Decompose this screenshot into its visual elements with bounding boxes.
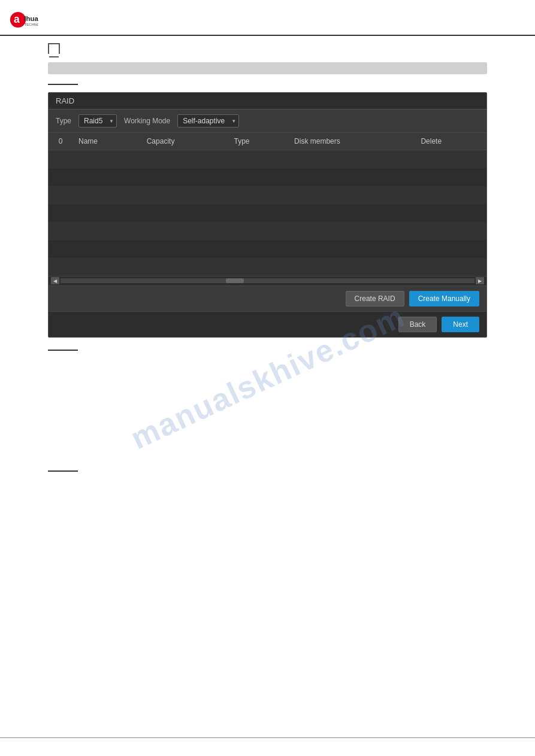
dahua-logo-icon: a lhua TECHNOLOGY: [10, 9, 38, 31]
raid-title: RAID: [56, 96, 74, 105]
create-manually-button[interactable]: Create Manually: [409, 291, 479, 306]
type-select-wrapper[interactable]: Raid5: [78, 114, 117, 127]
scroll-right-button[interactable]: ▶: [476, 277, 484, 284]
col-number: 0: [49, 133, 72, 150]
raid-dialog: RAID Type Raid5 Working Mode Self-adapti…: [48, 92, 487, 338]
logo: a lhua TECHNOLOGY: [10, 9, 41, 31]
footer-line: [0, 737, 535, 738]
table-row: [49, 168, 486, 186]
col-capacity: Capacity: [141, 133, 228, 150]
header: a lhua TECHNOLOGY: [0, 0, 535, 36]
scroll-left-button[interactable]: ◀: [51, 277, 59, 284]
svg-text:TECHNOLOGY: TECHNOLOGY: [24, 22, 38, 26]
raid-title-bar: RAID: [49, 93, 486, 110]
table-header-row: 0 Name Capacity Type Disk members Delete: [49, 133, 486, 150]
table-row: [49, 204, 486, 222]
scroll-track[interactable]: [61, 278, 474, 283]
top-underline-separator: [48, 84, 78, 85]
horizontal-scrollbar[interactable]: ◀ ▶: [49, 276, 486, 286]
working-mode-label: Working Mode: [124, 117, 170, 125]
table-row: [49, 186, 486, 204]
bottom-underline-separator: [48, 350, 78, 351]
table-row: [49, 222, 486, 240]
create-raid-button[interactable]: Create RAID: [346, 291, 404, 306]
working-mode-select[interactable]: Self-adaptive: [177, 114, 239, 127]
col-delete: Delete: [415, 133, 486, 150]
svg-text:lhua: lhua: [24, 15, 38, 22]
raid-table: 0 Name Capacity Type Disk members Delete: [49, 133, 486, 276]
table-row: [49, 240, 486, 258]
col-type: Type: [228, 133, 288, 150]
col-disk-members: Disk members: [288, 133, 415, 150]
raid-action-row: Create RAID Create Manually: [49, 286, 486, 311]
back-button[interactable]: Back: [398, 317, 437, 332]
type-label: Type: [56, 117, 71, 125]
raid-table-wrap: 0 Name Capacity Type Disk members Delete: [49, 133, 486, 276]
col-name: Name: [72, 133, 141, 150]
note-row: [0, 36, 535, 59]
svg-text:a: a: [14, 13, 20, 25]
table-row: [49, 258, 486, 276]
working-mode-select-wrapper[interactable]: Self-adaptive: [177, 114, 239, 127]
table-row: [49, 150, 486, 168]
note-icon: [48, 43, 60, 54]
next-button[interactable]: Next: [442, 317, 479, 332]
raid-controls-row: Type Raid5 Working Mode Self-adaptive: [49, 110, 486, 133]
bottom-underline-separator-2: [48, 470, 78, 472]
raid-nav-row: Back Next: [49, 311, 486, 337]
scroll-thumb[interactable]: [226, 278, 244, 283]
gray-bar: [48, 62, 487, 74]
type-select[interactable]: Raid5: [78, 114, 117, 127]
